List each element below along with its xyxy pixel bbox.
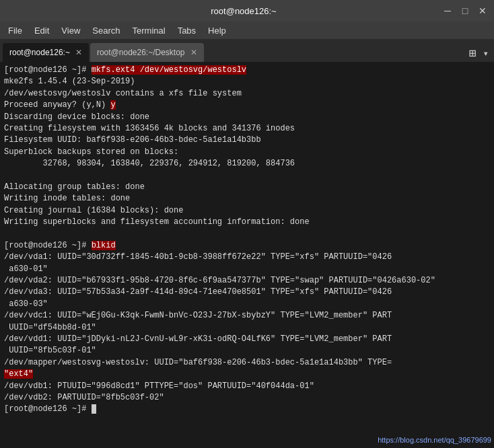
terminal-line-12: Writing inode tables: done bbox=[4, 193, 490, 204]
terminal-prompt-final: [root@node126 ~]# bbox=[4, 404, 490, 415]
terminal-line-7: Filesystem UUID: baf6f938-e206-46b3-bdec… bbox=[4, 135, 490, 146]
menu-terminal[interactable]: Terminal bbox=[127, 24, 171, 37]
terminal-line-11: Allocating group tables: done bbox=[4, 182, 490, 193]
tab-dropdown-icon[interactable]: ▾ bbox=[481, 48, 491, 59]
tab-node26-label: root@node26:~/Desktop bbox=[97, 48, 185, 57]
terminal-line-5: Discarding device blocks: done bbox=[4, 112, 490, 123]
watermark: https://blog.csdn.net/qq_39679699 bbox=[378, 436, 491, 444]
terminal-line-14: Writing superblocks and filesystem accou… bbox=[4, 217, 490, 228]
menu-edit[interactable]: Edit bbox=[29, 24, 55, 37]
minimize-button[interactable]: ─ bbox=[442, 5, 454, 16]
tab-bar: root@node126:~ ✕ root@node26:~/Desktop ✕… bbox=[0, 39, 494, 62]
terminal-line-vda3: /dev/vda3: UUID="57b53a34-2a9f-414d-89c4… bbox=[4, 287, 490, 310]
tab-node26[interactable]: root@node26:~/Desktop ✕ bbox=[90, 43, 204, 62]
menu-bar: File Edit View Search Terminal Tabs Help bbox=[0, 22, 494, 39]
terminal-line-4: Proceed anyway? (y,N) y bbox=[4, 100, 490, 111]
tab-node126-label: root@node126:~ bbox=[9, 48, 70, 57]
terminal-content: [root@node126 ~]# mkfs.ext4 /dev/westosv… bbox=[0, 62, 494, 448]
window-controls: ─ □ ✕ bbox=[442, 5, 489, 16]
terminal-line-vdd1: /dev/vdd1: UUID="jDDyki-nL2J-CvnU-wL9r-x… bbox=[4, 334, 490, 357]
maximize-button[interactable]: □ bbox=[459, 5, 471, 16]
tab-node126[interactable]: root@node126:~ ✕ bbox=[3, 43, 89, 62]
title-bar: root@node126:~ ─ □ ✕ bbox=[0, 0, 494, 22]
terminal-line-6: Creating filesystem with 1363456 4k bloc… bbox=[4, 123, 490, 135]
terminal-line-vda2: /dev/vda2: UUID="b67933f1-95b8-4720-8f6c… bbox=[4, 275, 490, 287]
terminal-line-1: [root@node126 ~]# mkfs.ext4 /dev/westosv… bbox=[4, 65, 490, 76]
tab-node26-close[interactable]: ✕ bbox=[190, 48, 197, 57]
terminal-line-vdb2: /dev/vdb2: PARTUUID="8fb5c03f-02" bbox=[4, 392, 490, 404]
menu-file[interactable]: File bbox=[3, 24, 28, 37]
terminal-line-blkid: [root@node126 ~]# blkid bbox=[4, 240, 490, 252]
close-button[interactable]: ✕ bbox=[477, 5, 489, 16]
terminal-line-13: Creating journal (16384 blocks): done bbox=[4, 205, 490, 217]
terminal-line-mapper: /dev/mapper/westosvg-westoslv: UUID="baf… bbox=[4, 357, 490, 381]
terminal-line-9: 32768, 98304, 163840, 229376, 294912, 81… bbox=[4, 158, 490, 170]
new-tab-icon[interactable]: ⊞ bbox=[465, 46, 481, 61]
menu-view[interactable]: View bbox=[56, 24, 85, 37]
terminal-line-3: /dev/westosvg/westoslv contains a xfs fi… bbox=[4, 88, 490, 100]
tab-node126-close[interactable]: ✕ bbox=[75, 48, 82, 57]
window-title: root@node126:~ bbox=[46, 6, 442, 16]
terminal-line-vdb1: /dev/vdb1: PTUUID="996d8cd1" PTTYPE="dos… bbox=[4, 381, 490, 392]
terminal-line-blank1 bbox=[4, 170, 490, 182]
menu-tabs[interactable]: Tabs bbox=[172, 24, 201, 37]
terminal-line-vdc1: /dev/vdc1: UUID="wEj0Gu-K3qk-FwmN-bnVc-O… bbox=[4, 310, 490, 334]
terminal-line-blank2 bbox=[4, 228, 490, 239]
terminal-line-2: mke2fs 1.45.4 (23-Sep-2019) bbox=[4, 76, 490, 87]
menu-search[interactable]: Search bbox=[87, 24, 125, 37]
terminal-line-8: Superblock backups stored on blocks: bbox=[4, 147, 490, 158]
terminal-line-vda1: /dev/vda1: UUID="30d732ff-1845-40b1-9cb8… bbox=[4, 252, 490, 275]
menu-help[interactable]: Help bbox=[203, 24, 232, 37]
